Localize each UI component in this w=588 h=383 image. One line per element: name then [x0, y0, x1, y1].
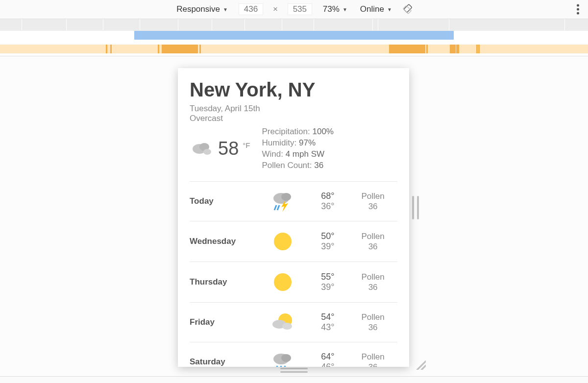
svg-line-17 — [275, 366, 277, 367]
forecast-day: Wednesday — [190, 237, 258, 246]
forecast-pollen: Pollen36 — [348, 352, 397, 367]
throttle-select[interactable]: Online ▼ — [358, 3, 394, 15]
detail-label: Pollen Count: — [262, 161, 312, 170]
breakpoint-ruler — [0, 19, 588, 56]
footer-bar — [0, 376, 588, 383]
pollen-value: 36 — [348, 201, 397, 212]
resize-handle-bottom[interactable] — [280, 368, 308, 373]
weather-card: New York, NY Tuesday, April 15th Overcas… — [178, 68, 409, 367]
current-temp-block: 58 °F — [190, 126, 250, 171]
breakpoint-strip[interactable] — [0, 30, 588, 56]
forecast-high: 50° — [307, 231, 348, 241]
forecast-list: Today68°36°Pollen36Wednesday50°39°Pollen… — [190, 181, 397, 367]
forecast-day: Thursday — [190, 277, 258, 287]
current-details: Precipitation: 100%Humidity: 97%Wind: 4 … — [262, 126, 334, 171]
current-temp: 58 — [218, 138, 239, 159]
forecast-sun-icon — [258, 271, 307, 293]
kebab-dot-icon — [577, 12, 579, 15]
svg-rect-1 — [403, 5, 411, 14]
forecast-high: 68° — [307, 191, 348, 201]
svg-point-14 — [282, 323, 292, 330]
pollen-label: Pollen — [348, 191, 397, 201]
device-mode-select[interactable]: Responsive ▼ — [174, 3, 230, 15]
forecast-sun-icon — [258, 230, 307, 253]
forecast-day: Saturday — [190, 357, 258, 367]
svg-line-19 — [283, 366, 285, 367]
pollen-label: Pollen — [348, 272, 397, 282]
detail-label: Precipitation: — [262, 127, 310, 136]
forecast-low: 36° — [307, 201, 348, 212]
forecast-temps: 68°36° — [307, 191, 348, 212]
pollen-label: Pollen — [348, 231, 397, 241]
forecast-pollen: Pollen36 — [348, 231, 397, 252]
chevron-down-icon: ▼ — [223, 7, 228, 12]
forecast-row: Saturday64°46°Pollen36 — [190, 342, 397, 367]
forecast-showers-icon — [258, 351, 307, 367]
device-frame: New York, NY Tuesday, April 15th Overcas… — [178, 68, 409, 367]
forecast-day: Today — [190, 196, 258, 206]
chevron-down-icon: ▼ — [343, 7, 347, 12]
svg-line-21 — [421, 365, 426, 370]
forecast-temps: 55°39° — [307, 272, 348, 292]
detail-label: Wind: — [262, 149, 283, 159]
viewport-width-input[interactable] — [239, 3, 263, 15]
location-heading: New York, NY — [190, 79, 397, 101]
detail-value: 100% — [312, 127, 333, 136]
temp-unit: °F — [243, 141, 250, 149]
detail-row: Pollen Count: 36 — [262, 160, 334, 171]
forecast-row: Friday54°43°Pollen36 — [190, 302, 397, 342]
condition-text: Overcast — [190, 114, 397, 123]
dimension-separator: × — [272, 4, 279, 14]
forecast-row: Thursday55°39°Pollen36 — [190, 262, 397, 302]
kebab-dot-icon — [577, 8, 579, 11]
pollen-label: Pollen — [348, 352, 397, 362]
forecast-low: 39° — [307, 282, 348, 292]
forecast-row: Wednesday50°39°Pollen36 — [190, 221, 397, 262]
pollen-value: 36 — [348, 241, 397, 252]
forecast-high: 55° — [307, 272, 348, 282]
zoom-label: 73% — [323, 4, 340, 14]
resize-handle-right[interactable] — [412, 196, 419, 219]
pollen-value: 36 — [348, 322, 397, 333]
pollen-label: Pollen — [348, 312, 397, 322]
resize-handle-corner[interactable] — [415, 359, 426, 370]
detail-value: 4 mph SW — [286, 149, 324, 159]
svg-point-16 — [281, 354, 291, 362]
rotate-button[interactable] — [403, 4, 414, 15]
forecast-low: 43° — [307, 322, 348, 333]
forecast-day: Friday — [190, 317, 258, 327]
forecast-high: 54° — [307, 312, 348, 322]
forecast-pollen: Pollen36 — [348, 312, 397, 333]
detail-value: 97% — [299, 138, 316, 147]
forecast-storm-icon — [258, 191, 307, 212]
detail-row: Precipitation: 100% — [262, 126, 334, 138]
forecast-partly-icon — [258, 311, 307, 333]
date-text: Tuesday, April 15th — [190, 104, 397, 114]
pollen-value: 36 — [348, 362, 397, 367]
forecast-pollen: Pollen36 — [348, 191, 397, 212]
device-toolbar: Responsive ▼ × 73% ▼ Online ▼ — [0, 0, 588, 19]
pollen-value: 36 — [348, 282, 397, 292]
forecast-low: 39° — [307, 241, 348, 252]
kebab-dot-icon — [577, 4, 579, 7]
svg-point-6 — [281, 193, 291, 201]
forecast-high: 64° — [307, 352, 348, 362]
forecast-temps: 64°46° — [307, 352, 348, 367]
forecast-pollen: Pollen36 — [348, 272, 397, 293]
ruler-track[interactable] — [0, 19, 588, 30]
device-canvas: New York, NY Tuesday, April 15th Overcas… — [0, 56, 588, 376]
rotate-icon — [403, 4, 414, 15]
svg-line-18 — [279, 366, 281, 367]
svg-line-8 — [274, 205, 276, 210]
device-mode-label: Responsive — [176, 4, 220, 14]
svg-point-4 — [203, 149, 211, 155]
zoom-select[interactable]: 73% ▼ — [321, 3, 349, 15]
chevron-down-icon: ▼ — [387, 7, 392, 12]
detail-row: Wind: 4 mph SW — [262, 149, 334, 160]
detail-label: Humidity: — [262, 138, 296, 147]
overcast-icon — [190, 139, 214, 159]
svg-point-10 — [274, 233, 292, 250]
throttle-label: Online — [360, 4, 384, 14]
more-options-button[interactable] — [577, 4, 579, 15]
viewport-height-input[interactable] — [288, 3, 312, 15]
